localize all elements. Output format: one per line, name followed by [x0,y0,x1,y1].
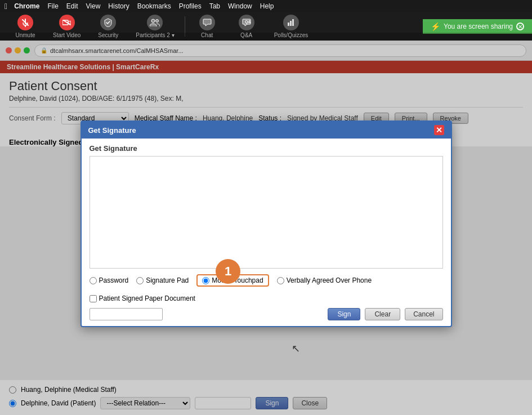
verbally-agreed-radio[interactable] [277,277,284,284]
svg-rect-10 [292,19,294,26]
participants-icon [147,15,163,30]
menu-view[interactable]: View [86,2,101,10]
video-icon [59,15,75,30]
menu-history[interactable]: History [108,2,129,10]
cancel-button[interactable]: Cancel [405,308,442,320]
password-label: Password [99,276,129,284]
sign-button[interactable]: Sign [328,308,360,320]
polls-icon [283,15,299,30]
mouse-touchpad-option[interactable]: Mouse/Touchpad [202,276,263,284]
qa-icon: Q&A [239,15,254,30]
svg-text:Q&A: Q&A [245,20,251,24]
menu-tab[interactable]: Tab [209,2,220,10]
svg-point-5 [151,19,155,23]
screen-sharing-banner: ⚡ You are screen sharing ✕ [423,19,532,34]
svg-rect-8 [288,23,289,26]
unmute-icon [17,15,33,30]
modal-body: Get Signature Password Signature Pad Mou… [82,139,451,326]
verbally-agreed-option[interactable]: Verbally Agreed Over Phone [277,276,372,284]
modal-close-button[interactable]: ✕ [434,125,444,135]
mouse-touchpad-radio[interactable] [202,277,209,284]
patient-signed-paper-label: Patient Signed Paper Document [99,294,195,302]
security-icon [100,15,116,30]
patient-signed-paper-checkbox[interactable] [90,295,97,302]
signature-canvas[interactable] [90,156,443,269]
signature-pad-label: Signature Pad [146,276,189,284]
clear-button[interactable]: Clear [365,308,400,320]
chat-icon [199,15,215,30]
password-radio[interactable] [90,277,97,284]
modal-overlay: Get Signature ✕ Get Signature Password S… [0,33,532,415]
svg-point-6 [156,20,159,23]
menu-profiles[interactable]: Profiles [179,2,202,10]
modal-bottom-row: Sign Clear Cancel [90,308,443,320]
signature-pad-radio[interactable] [136,277,144,284]
menu-window[interactable]: Window [228,2,252,10]
modal-section-title: Get Signature [90,144,443,153]
menu-edit[interactable]: Edit [66,2,78,10]
menu-help[interactable]: Help [260,2,274,10]
password-option[interactable]: Password [90,276,129,284]
stop-sharing-icon[interactable]: ✕ [516,23,524,30]
mouse-touchpad-label: Mouse/Touchpad [212,276,263,284]
svg-rect-9 [290,21,292,26]
apple-icon:  [5,2,7,11]
signature-options: Password Signature Pad Mouse/Touchpad Ve… [90,274,443,302]
get-signature-modal: Get Signature ✕ Get Signature Password S… [81,121,452,327]
patient-signed-paper-option[interactable]: Patient Signed Paper Document [90,294,195,302]
menu-chrome[interactable]: Chrome [14,2,39,10]
signature-text-input[interactable] [90,308,163,320]
mac-menubar:  Chrome File Edit View History Bookmark… [0,0,532,12]
mouse-touchpad-highlight: Mouse/Touchpad [196,274,269,287]
verbally-agreed-label: Verbally Agreed Over Phone [287,276,372,284]
screen-sharing-text: You are screen sharing [444,23,513,30]
menu-file[interactable]: File [47,2,58,10]
menu-bookmarks[interactable]: Bookmarks [137,2,171,10]
modal-actions: Sign Clear Cancel [328,308,442,320]
modal-title-bar: Get Signature ✕ [82,122,451,139]
signature-pad-option[interactable]: Signature Pad [136,276,189,284]
svg-line-3 [64,20,70,25]
modal-title: Get Signature [88,126,136,135]
menu-items: Chrome File Edit View History Bookmarks … [14,2,274,10]
